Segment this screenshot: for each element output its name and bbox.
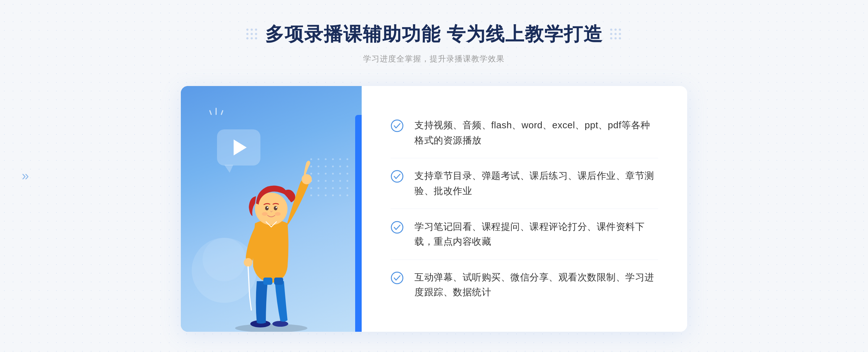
svg-point-18 xyxy=(391,272,403,284)
svg-point-7 xyxy=(265,206,269,210)
svg-point-2 xyxy=(272,321,288,327)
svg-point-9 xyxy=(267,207,268,208)
left-chevrons-icon: » xyxy=(22,168,29,184)
feature-text-2: 支持章节目录、弹题考试、课后练习、课后作业、章节测验、批改作业 xyxy=(414,168,658,198)
feature-item-2: 支持章节目录、弹题考试、课后练习、课后作业、章节测验、批改作业 xyxy=(391,158,658,209)
check-icon-3 xyxy=(391,221,404,234)
title-row: 多项录播课辅助功能 专为线上教学打造 xyxy=(246,22,622,47)
illustration-panel xyxy=(181,86,362,332)
left-decorative-dots xyxy=(246,29,258,40)
feature-item-4: 互动弹幕、试听购买、微信分享、观看次数限制、学习进度跟踪、数据统计 xyxy=(391,260,658,310)
features-panel: 支持视频、音频、flash、word、excel、ppt、pdf等各种格式的资源… xyxy=(362,86,687,332)
svg-point-16 xyxy=(391,171,403,182)
header-section: 多项录播课辅助功能 专为线上教学打造 学习进度全掌握，提升录播课教学效果 xyxy=(246,22,622,64)
check-icon-1 xyxy=(391,119,404,132)
main-title: 多项录播课辅助功能 专为线上教学打造 xyxy=(265,22,603,47)
light-rays-icon xyxy=(210,108,223,116)
svg-point-8 xyxy=(274,206,277,210)
feature-text-1: 支持视频、音频、flash、word、excel、ppt、pdf等各种格式的资源… xyxy=(414,118,658,148)
check-icon-2 xyxy=(391,170,404,183)
svg-point-0 xyxy=(235,324,307,332)
content-area: 支持视频、音频、flash、word、excel、ppt、pdf等各种格式的资源… xyxy=(181,86,687,332)
subtitle: 学习进度全掌握，提升录播课教学效果 xyxy=(363,53,505,64)
accent-bar xyxy=(355,115,362,332)
feature-item-1: 支持视频、音频、flash、word、excel、ppt、pdf等各种格式的资源… xyxy=(391,108,658,158)
svg-point-11 xyxy=(262,212,268,216)
check-icon-4 xyxy=(391,271,404,284)
svg-point-4 xyxy=(244,258,252,267)
svg-point-10 xyxy=(276,207,277,208)
dot-group-right xyxy=(610,29,622,40)
page-container: » 多项录播课辅助功能 专为线上教学打造 学习进度全掌握，提升录播课教学效果 xyxy=(0,0,868,352)
svg-point-15 xyxy=(391,120,403,132)
svg-rect-13 xyxy=(263,278,272,285)
feature-item-3: 学习笔记回看、课程提问、课程评论打分、课件资料下载，重点内容收藏 xyxy=(391,209,658,260)
dot-group-left xyxy=(246,29,258,40)
feature-text-3: 学习笔记回看、课程提问、课程评论打分、课件资料下载，重点内容收藏 xyxy=(414,219,658,249)
svg-point-3 xyxy=(302,174,312,184)
person-illustration xyxy=(210,144,333,332)
svg-rect-14 xyxy=(274,278,283,285)
right-decorative-dots xyxy=(610,29,622,40)
svg-point-17 xyxy=(391,222,403,233)
feature-text-4: 互动弹幕、试听购买、微信分享、观看次数限制、学习进度跟踪、数据统计 xyxy=(414,270,658,300)
svg-point-12 xyxy=(275,212,281,216)
